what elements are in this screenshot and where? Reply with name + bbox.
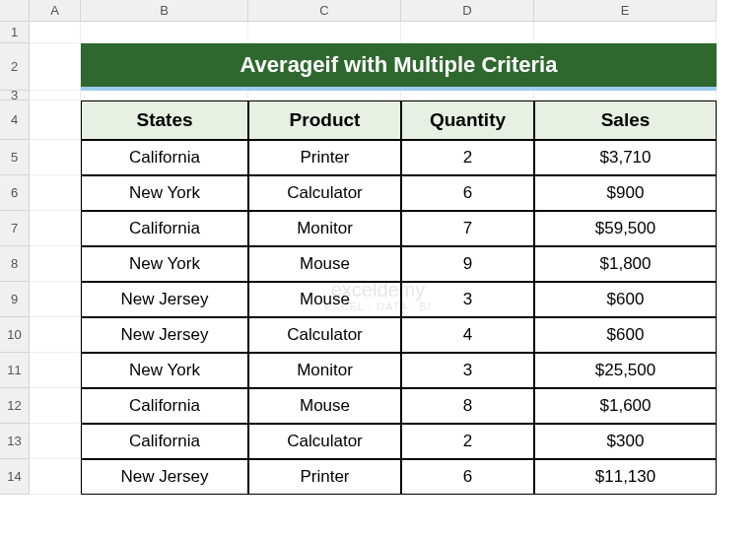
- col-header-states: States: [81, 101, 248, 140]
- cell-blank[interactable]: [534, 22, 717, 43]
- cell-sales[interactable]: $600: [534, 317, 717, 353]
- cell-a3[interactable]: [30, 91, 81, 101]
- cell-a1[interactable]: [30, 22, 81, 43]
- cell-sales[interactable]: $300: [534, 424, 717, 459]
- row-header-1[interactable]: 1: [0, 22, 30, 43]
- cell-product[interactable]: Calculator: [248, 317, 401, 353]
- cell-sales[interactable]: $11,130: [534, 459, 717, 495]
- row-header-10[interactable]: 10: [0, 317, 30, 353]
- col-header-C[interactable]: C: [248, 0, 401, 22]
- cell-blank[interactable]: [401, 22, 534, 43]
- cell-sales[interactable]: $900: [534, 175, 717, 211]
- cell-a6[interactable]: [30, 175, 81, 211]
- cell-states[interactable]: New York: [81, 353, 248, 388]
- cell-a14[interactable]: [30, 459, 81, 495]
- cell-product[interactable]: Calculator: [248, 424, 401, 459]
- row-header-12[interactable]: 12: [0, 388, 30, 424]
- cell-a5[interactable]: [30, 140, 81, 175]
- row-header-9[interactable]: 9: [0, 282, 30, 317]
- row-header-14[interactable]: 14: [0, 459, 30, 495]
- row-header-5[interactable]: 5: [0, 140, 30, 175]
- col-header-D[interactable]: D: [401, 0, 534, 22]
- cell-product[interactable]: Printer: [248, 140, 401, 175]
- col-header-A[interactable]: A: [30, 0, 81, 22]
- cell-sales[interactable]: $1,600: [534, 388, 717, 424]
- cell-blank[interactable]: [534, 91, 717, 101]
- cell-sales[interactable]: $600: [534, 282, 717, 317]
- cell-quantity[interactable]: 3: [401, 353, 534, 388]
- cell-a13[interactable]: [30, 424, 81, 459]
- col-header-product: Product: [248, 101, 401, 140]
- cell-sales[interactable]: $25,500: [534, 353, 717, 388]
- cell-states[interactable]: New Jersey: [81, 282, 248, 317]
- col-header-quantity: Quantity: [401, 101, 534, 140]
- cell-sales[interactable]: $59,500: [534, 211, 717, 246]
- cell-quantity[interactable]: 4: [401, 317, 534, 353]
- cell-blank[interactable]: [81, 22, 248, 43]
- cell-states[interactable]: New York: [81, 246, 248, 282]
- cell-states[interactable]: New York: [81, 175, 248, 211]
- cell-blank[interactable]: [248, 91, 401, 101]
- cell-quantity[interactable]: 3: [401, 282, 534, 317]
- cell-product[interactable]: Mouse: [248, 246, 401, 282]
- select-all-corner[interactable]: [0, 0, 30, 22]
- cell-a4[interactable]: [30, 101, 81, 140]
- spreadsheet-grid: ABCDE1234567891011121314Averageif with M…: [0, 0, 756, 495]
- row-header-3[interactable]: 3: [0, 91, 30, 101]
- cell-states[interactable]: New Jersey: [81, 459, 248, 495]
- cell-blank[interactable]: [248, 22, 401, 43]
- cell-product[interactable]: Printer: [248, 459, 401, 495]
- cell-sales[interactable]: $1,800: [534, 246, 717, 282]
- row-header-2[interactable]: 2: [0, 43, 30, 91]
- cell-a7[interactable]: [30, 211, 81, 246]
- cell-states[interactable]: California: [81, 424, 248, 459]
- row-header-13[interactable]: 13: [0, 424, 30, 459]
- page-title: Averageif with Multiple Criteria: [81, 43, 717, 91]
- cell-a12[interactable]: [30, 388, 81, 424]
- col-header-B[interactable]: B: [81, 0, 248, 22]
- cell-quantity[interactable]: 7: [401, 211, 534, 246]
- cell-product[interactable]: Mouse: [248, 388, 401, 424]
- cell-states[interactable]: California: [81, 388, 248, 424]
- cell-product[interactable]: Mouse: [248, 282, 401, 317]
- cell-a8[interactable]: [30, 246, 81, 282]
- cell-states[interactable]: California: [81, 211, 248, 246]
- cell-blank[interactable]: [81, 91, 248, 101]
- cell-quantity[interactable]: 8: [401, 388, 534, 424]
- cell-quantity[interactable]: 2: [401, 140, 534, 175]
- cell-a11[interactable]: [30, 353, 81, 388]
- cell-a9[interactable]: [30, 282, 81, 317]
- cell-product[interactable]: Calculator: [248, 175, 401, 211]
- cell-quantity[interactable]: 9: [401, 246, 534, 282]
- cell-quantity[interactable]: 6: [401, 175, 534, 211]
- cell-a2[interactable]: [30, 43, 81, 91]
- cell-a10[interactable]: [30, 317, 81, 353]
- cell-product[interactable]: Monitor: [248, 211, 401, 246]
- cell-states[interactable]: New Jersey: [81, 317, 248, 353]
- col-header-E[interactable]: E: [534, 0, 717, 22]
- cell-product[interactable]: Monitor: [248, 353, 401, 388]
- col-header-sales: Sales: [534, 101, 717, 140]
- row-header-11[interactable]: 11: [0, 353, 30, 388]
- cell-quantity[interactable]: 2: [401, 424, 534, 459]
- cell-quantity[interactable]: 6: [401, 459, 534, 495]
- cell-states[interactable]: California: [81, 140, 248, 175]
- row-header-4[interactable]: 4: [0, 101, 30, 140]
- row-header-8[interactable]: 8: [0, 246, 30, 282]
- cell-sales[interactable]: $3,710: [534, 140, 717, 175]
- row-header-6[interactable]: 6: [0, 175, 30, 211]
- cell-blank[interactable]: [401, 91, 534, 101]
- row-header-7[interactable]: 7: [0, 211, 30, 246]
